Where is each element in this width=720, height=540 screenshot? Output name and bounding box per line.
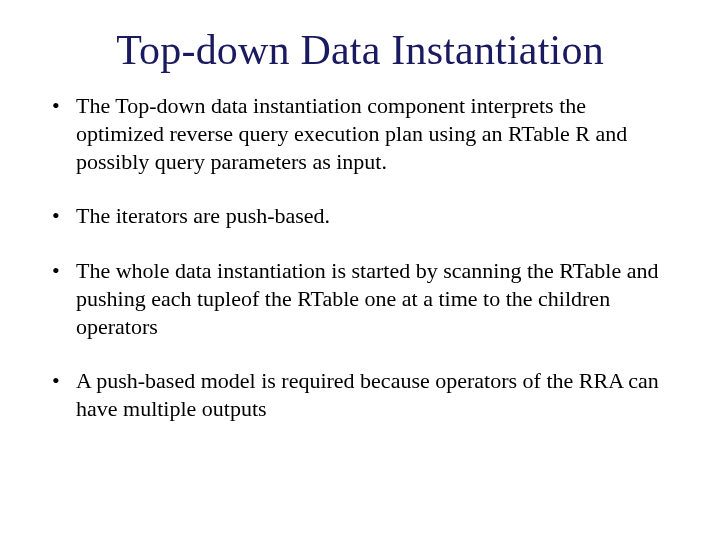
list-item: The Top-down data instantiation componen… — [46, 92, 674, 176]
list-item: The whole data instantiation is started … — [46, 257, 674, 341]
slide-title: Top-down Data Instantiation — [46, 26, 674, 74]
bullet-list: The Top-down data instantiation componen… — [46, 92, 674, 423]
slide: Top-down Data Instantiation The Top-down… — [0, 0, 720, 540]
list-item: A push-based model is required because o… — [46, 367, 674, 423]
list-item: The iterators are push-based. — [46, 202, 674, 230]
